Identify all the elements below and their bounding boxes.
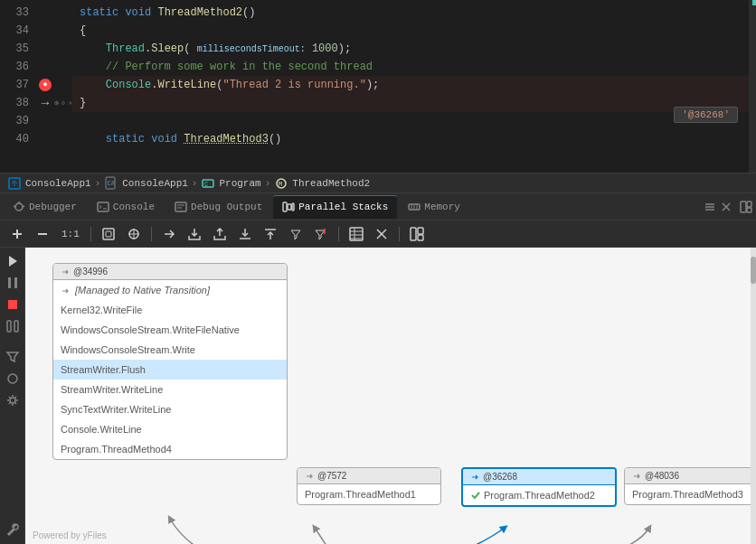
close-panel-button[interactable] xyxy=(372,224,392,244)
transition-icon xyxy=(61,286,70,295)
line-num-37: 37 xyxy=(0,76,29,94)
svg-rect-57 xyxy=(8,277,11,288)
scroll-right[interactable] xyxy=(751,248,756,544)
stack-node-48036: @48036 Program.ThreadMethod3 xyxy=(624,467,756,505)
sidebar-circle-icon[interactable] xyxy=(3,369,23,389)
svg-rect-55 xyxy=(418,235,423,240)
gutter-35 xyxy=(36,40,54,58)
sidebar-settings-icon[interactable] xyxy=(3,390,23,410)
tab-console[interactable]: Console xyxy=(88,195,164,219)
zoom-out-button[interactable] xyxy=(33,224,52,244)
export-icon xyxy=(187,227,202,241)
node-item-program-tm4[interactable]: Program.ThreadMethod4 xyxy=(53,439,287,459)
stacks-canvas: @34996 [Managed to Native Transition] Ke… xyxy=(25,248,756,544)
node-item-program-tm1[interactable]: Program.ThreadMethod1 xyxy=(298,484,440,504)
node-item-sw-flush[interactable]: StreamWriter.Flush xyxy=(53,360,287,380)
code-content: static void ThreadMethod2() { Thread.Sle… xyxy=(72,0,756,173)
svg-rect-54 xyxy=(418,228,423,234)
svg-line-13 xyxy=(23,206,24,207)
zoom-label: 1:1 xyxy=(58,229,83,239)
eg-38 xyxy=(54,94,72,112)
node-item-kernel32[interactable]: Kernel32.WriteFile xyxy=(53,300,287,320)
stack-node-36268: @36268 Program.ThreadMethod2 xyxy=(461,467,617,507)
eg-36 xyxy=(54,58,72,76)
eg-34 xyxy=(54,22,72,40)
table-icon xyxy=(349,227,364,241)
gutter-39 xyxy=(36,112,54,130)
tab-memory-label: Memory xyxy=(424,202,460,212)
node-item-console-writeline[interactable]: Console.WriteLine xyxy=(53,419,287,439)
line-num-33: 33 xyxy=(0,4,29,22)
check-icon xyxy=(470,490,481,501)
export-button[interactable] xyxy=(184,224,204,244)
powered-by: Powered by yFiles xyxy=(33,530,107,540)
stack-node-7572: @7572 Program.ThreadMethod1 xyxy=(297,467,441,505)
svg-point-62 xyxy=(8,374,17,383)
sidebar-stop-icon[interactable] xyxy=(3,295,23,314)
code-line-33: static void ThreadMethod2() xyxy=(72,4,756,22)
current-line-arrow: → xyxy=(42,96,49,110)
node-item-program-tm2[interactable]: Program.ThreadMethod2 xyxy=(463,485,615,505)
import-up-button[interactable] xyxy=(210,224,230,244)
center-button[interactable] xyxy=(124,224,144,244)
breadcrumb-class: Program xyxy=(219,178,260,189)
tab-debug-output[interactable]: Debug Output xyxy=(165,195,271,219)
node-item-stw-writeline[interactable]: SyncTextWriter.WriteLine xyxy=(53,399,287,419)
breadcrumb: ConsoleApp1 › C# ConsoleApp1 › C Program… xyxy=(0,174,756,193)
svg-line-12 xyxy=(14,206,15,207)
tab-bar: Debugger Console Debug Output Parallel S… xyxy=(0,193,756,220)
code-line-34: { xyxy=(72,22,756,40)
node-34996-header: @34996 xyxy=(53,264,287,280)
node-48036-header: @48036 xyxy=(625,468,756,484)
code-line-37: Console.WriteLine("Thread 2 is running."… xyxy=(72,76,756,94)
panel-close-icon[interactable] xyxy=(720,201,732,213)
filter1-button[interactable] xyxy=(286,224,306,244)
more-button[interactable] xyxy=(407,224,427,244)
node-item-wcs-write[interactable]: WindowsConsoleStream.Write xyxy=(53,340,287,360)
sidebar-filter-icon[interactable] xyxy=(3,347,23,367)
close-panel-icon xyxy=(374,227,389,241)
gutter-34 xyxy=(36,22,54,40)
project-icon xyxy=(7,176,22,191)
sidebar-play-icon[interactable] xyxy=(3,251,23,271)
eg-40 xyxy=(54,130,72,148)
sidebar-pause-icon[interactable] xyxy=(3,273,23,293)
sidebar-step-icon[interactable] xyxy=(3,316,23,336)
svg-rect-31 xyxy=(747,202,751,207)
gutter-36 xyxy=(36,58,54,76)
fit-button[interactable] xyxy=(99,224,118,244)
zoom-in-button[interactable] xyxy=(7,224,27,244)
down-button[interactable] xyxy=(235,224,255,244)
table-button[interactable] xyxy=(346,224,366,244)
breakpoint-icon: ● xyxy=(39,79,52,91)
overflow-icon[interactable] xyxy=(704,201,716,213)
layout-icon[interactable] xyxy=(740,201,752,213)
node-7572-id: @7572 xyxy=(317,471,346,481)
cs-file-icon: C# xyxy=(104,176,118,191)
svg-rect-58 xyxy=(14,277,17,288)
minimap-marker xyxy=(752,0,756,5)
tab-debugger[interactable]: Debugger xyxy=(4,195,86,219)
stack-node-34996: @34996 [Managed to Native Transition] Ke… xyxy=(52,263,288,460)
node-item-managed-transition[interactable]: [Managed to Native Transition] xyxy=(53,280,287,300)
line-num-36: 36 xyxy=(0,58,29,76)
node-7572-arrow-icon xyxy=(305,472,314,481)
up-button[interactable] xyxy=(260,224,280,244)
scroll-thumb[interactable] xyxy=(751,257,756,284)
gutter-38: → xyxy=(36,94,54,112)
up-icon xyxy=(263,227,278,241)
tab-memory[interactable]: Memory xyxy=(399,195,469,219)
share-button[interactable] xyxy=(159,224,179,244)
breadcrumb-file: ConsoleApp1 xyxy=(122,178,188,189)
node-item-sw-writeline[interactable]: StreamWriter.WriteLine xyxy=(53,380,287,399)
eg-37 xyxy=(54,76,72,94)
filter2-button[interactable] xyxy=(311,224,331,244)
svg-rect-60 xyxy=(7,321,11,332)
sidebar-wrench-icon[interactable] xyxy=(3,521,23,540)
code-line-36: // Perform some work in the second threa… xyxy=(72,58,756,76)
node-item-program-tm3[interactable]: Program.ThreadMethod3 xyxy=(625,484,756,504)
svg-rect-32 xyxy=(747,208,751,212)
node-item-wcs-native[interactable]: WindowsConsoleStream.WriteFileNative xyxy=(53,320,287,340)
center-icon xyxy=(127,227,141,241)
tab-parallel-stacks[interactable]: Parallel Stacks xyxy=(273,195,397,219)
